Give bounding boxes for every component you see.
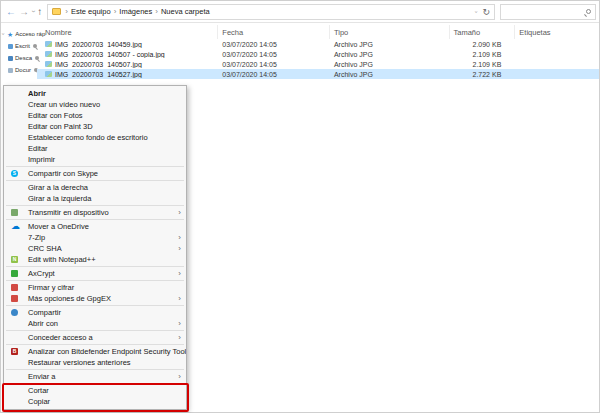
menu-item-label: Establecer como fondo de escritorio [28, 133, 148, 142]
explorer-window: ← → › ↑ › Este equipo › Imágenes › Nueva… [0, 0, 600, 413]
menu-item-label: Compartir con Skype [28, 169, 98, 178]
up-button[interactable]: ↑ [37, 7, 42, 17]
file-name: IMG_20200703_140459.jpg [55, 41, 142, 48]
address-dropdown-icon[interactable]: › [474, 11, 480, 13]
documents-icon [8, 68, 13, 73]
menu-item-label: Firmar y cifrar [28, 283, 74, 292]
onedrive-icon [11, 223, 18, 230]
menu-item-crc-sha[interactable]: CRC SHA› [4, 243, 186, 254]
column-header-fecha[interactable]: Fecha [218, 25, 330, 39]
menu-separator [6, 180, 184, 181]
menu-item-crear-un-v-deo-nuevo[interactable]: Crear un vídeo nuevo [4, 99, 186, 110]
menu-item-cortar[interactable]: Cortar [4, 385, 186, 396]
address-bar[interactable]: › Este equipo › Imágenes › Nueva carpeta… [47, 4, 495, 20]
menu-item-m-s-opciones-de-gpgex[interactable]: Más opciones de GpgEX› [4, 293, 186, 304]
breadcrumb-imagenes[interactable]: Imágenes [117, 7, 154, 16]
gpg-icon [11, 284, 18, 291]
menu-item-editar-con-paint-3d[interactable]: Editar con Paint 3D [4, 121, 186, 132]
menu-item-label: Crear un vídeo nuevo [28, 100, 100, 109]
submenu-arrow-icon: › [178, 293, 181, 304]
file-size: 2.090 KB [450, 41, 516, 48]
sidebar-item-escrit[interactable]: Escrit [1, 40, 41, 52]
forward-button[interactable]: → [19, 7, 29, 17]
column-header-tamano[interactable]: Tamaño [450, 25, 516, 39]
column-header-nombre[interactable]: Nombre [37, 25, 218, 39]
menu-item-transmitir-en-dispositivo[interactable]: Transmitir en dispositivo› [4, 207, 186, 218]
menu-item-label: Analizar con Bitdefender Endpoint Securi… [28, 347, 186, 356]
navigation-bar: ← → › ↑ › Este equipo › Imágenes › Nueva… [1, 1, 599, 23]
menu-item-restaurar-versiones-anteriores[interactable]: Restaurar versiones anteriores [4, 357, 186, 368]
sidebar-item-docur[interactable]: Docur [1, 64, 41, 76]
menu-separator [6, 383, 184, 384]
file-name-cell: IMG_20200703_140459.jpg [37, 41, 218, 48]
file-type: Archivo JPG [330, 51, 450, 58]
menu-item-establecer-como-fondo-de-escritorio[interactable]: Establecer como fondo de escritorio [4, 132, 186, 143]
menu-item-label: 7-Zip [28, 233, 45, 242]
menu-item-label: Abrir [28, 89, 46, 98]
breadcrumb-este-equipo[interactable]: Este equipo [69, 7, 113, 16]
menu-item-7-zip[interactable]: 7-Zip› [4, 232, 186, 243]
menu-separator [6, 305, 184, 306]
column-header-etiquetas[interactable]: Etiquetas [515, 25, 599, 39]
menu-item-imprimir[interactable]: Imprimir [4, 154, 186, 165]
file-name: IMG_20200703_140527.jpg [55, 71, 142, 78]
breadcrumb-nueva-carpeta[interactable]: Nueva carpeta [159, 7, 212, 16]
menu-item-abrir-con[interactable]: Abrir con› [4, 318, 186, 329]
file-date: 03/07/2020 14:05 [218, 51, 330, 58]
share-icon [11, 309, 18, 316]
menu-separator [6, 219, 184, 220]
search-box[interactable] [500, 4, 596, 20]
submenu-arrow-icon: › [178, 207, 181, 218]
recent-locations-chevron-icon[interactable]: › [32, 8, 34, 15]
image-file-icon [45, 61, 52, 67]
menu-item-enviar-a[interactable]: Enviar a› [4, 371, 186, 382]
menu-separator [6, 166, 184, 167]
expander-chevron-icon[interactable]: › [1, 33, 7, 35]
back-button[interactable]: ← [6, 7, 16, 17]
submenu-arrow-icon: › [178, 332, 181, 343]
menu-item-mover-a-onedrive[interactable]: Mover a OneDrive [4, 221, 186, 232]
file-name-cell: IMG_20200703_140507.jpg [37, 61, 218, 68]
menu-item-firmar-y-cifrar[interactable]: Firmar y cifrar [4, 282, 186, 293]
menu-item-label: Transmitir en dispositivo [28, 208, 109, 217]
file-size: 2.109 KB [450, 51, 516, 58]
menu-item-label: Abrir con [28, 319, 58, 328]
menu-item-compartir-con-skype[interactable]: Compartir con Skype [4, 168, 186, 179]
menu-item-label: Girar a la izquierda [28, 194, 91, 203]
sidebar-item-acceso-r-p[interactable]: ›Acceso ráp [1, 28, 41, 40]
menu-item-girar-a-la-izquierda[interactable]: Girar a la izquierda [4, 193, 186, 204]
menu-item-compartir[interactable]: Compartir [4, 307, 186, 318]
menu-item-label: Cortar [28, 386, 49, 395]
file-row[interactable]: IMG_20200703_140459.jpg03/07/2020 14:05A… [37, 39, 599, 49]
menu-separator [6, 280, 184, 281]
column-header-tipo[interactable]: Tipo [330, 25, 450, 39]
menu-item-axcrypt[interactable]: AxCrypt› [4, 268, 186, 279]
file-row[interactable]: IMG_20200703_140527.jpg03/07/2020 14:05A… [37, 69, 599, 79]
menu-item-editar[interactable]: Editar [4, 143, 186, 154]
file-size: 2.722 KB [450, 71, 516, 78]
menu-item-girar-a-la-derecha[interactable]: Girar a la derecha [4, 182, 186, 193]
file-type: Archivo JPG [330, 61, 450, 68]
search-input[interactable] [501, 9, 585, 23]
menu-item-label: CRC SHA [28, 244, 62, 253]
menu-item-label: Más opciones de GpgEX [28, 294, 111, 303]
menu-item-abrir[interactable]: Abrir [4, 88, 186, 99]
image-file-icon [45, 41, 52, 47]
file-row[interactable]: IMG_20200703_140507 - copia.jpg03/07/202… [37, 49, 599, 59]
menu-item-copiar[interactable]: Copiar [4, 396, 186, 407]
image-file-icon [45, 51, 52, 57]
menu-separator [6, 330, 184, 331]
file-row[interactable]: IMG_20200703_140507.jpg03/07/2020 14:05A… [37, 59, 599, 69]
menu-item-editar-con-fotos[interactable]: Editar con Fotos [4, 110, 186, 121]
file-type: Archivo JPG [330, 41, 450, 48]
image-file-icon [45, 71, 52, 77]
menu-item-analizar-con-bitdefender-endpoint-security-tools[interactable]: Analizar con Bitdefender Endpoint Securi… [4, 346, 186, 357]
refresh-icon[interactable]: ↻ [482, 7, 490, 17]
file-date: 03/07/2020 14:05 [218, 41, 330, 48]
sidebar-item-label: Escrit [15, 43, 30, 49]
menu-separator [6, 369, 184, 370]
menu-item-label: Copiar [28, 397, 50, 406]
menu-item-conceder-acceso-a[interactable]: Conceder acceso a› [4, 332, 186, 343]
sidebar-item-desca[interactable]: Desca [1, 52, 41, 64]
menu-item-edit-with-notepad[interactable]: Edit with Notepad++ [4, 254, 186, 265]
